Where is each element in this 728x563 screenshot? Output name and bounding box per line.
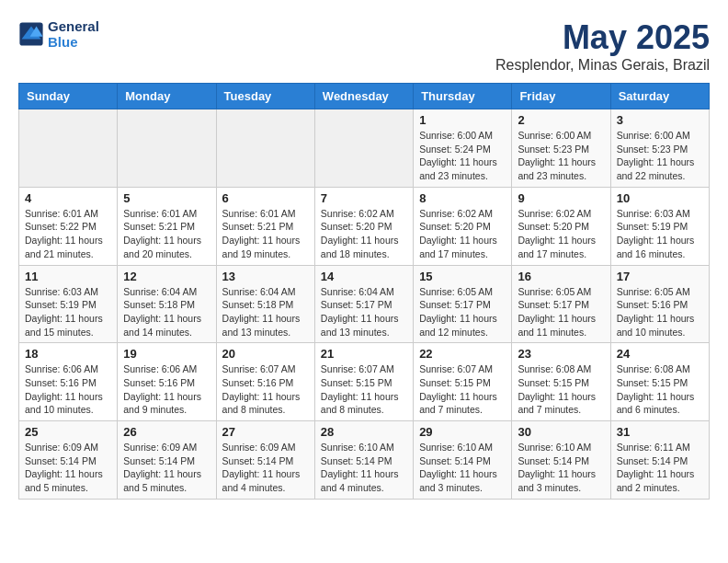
day-number: 29	[419, 425, 506, 439]
calendar-cell: 26Sunrise: 6:09 AM Sunset: 5:14 PM Dayli…	[118, 421, 216, 500]
calendar-cell: 12Sunrise: 6:04 AM Sunset: 5:18 PM Dayli…	[118, 265, 216, 343]
day-info: Sunrise: 6:11 AM Sunset: 5:14 PM Dayligh…	[617, 441, 703, 495]
title-area: May 2025 Resplendor, Minas Gerais, Brazi…	[495, 18, 710, 74]
day-number: 22	[419, 347, 506, 361]
day-info: Sunrise: 6:06 AM Sunset: 5:16 PM Dayligh…	[25, 362, 111, 417]
day-info: Sunrise: 6:06 AM Sunset: 5:16 PM Dayligh…	[123, 362, 210, 417]
day-info: Sunrise: 6:03 AM Sunset: 5:19 PM Dayligh…	[617, 207, 703, 261]
day-number: 5	[123, 191, 210, 205]
day-info: Sunrise: 6:05 AM Sunset: 5:16 PM Dayligh…	[617, 285, 703, 339]
calendar-cell: 23Sunrise: 6:08 AM Sunset: 5:15 PM Dayli…	[512, 343, 610, 421]
day-number: 8	[419, 191, 506, 205]
day-number: 9	[518, 191, 604, 205]
week-row-2: 4Sunrise: 6:01 AM Sunset: 5:22 PM Daylig…	[19, 187, 710, 265]
day-number: 14	[321, 270, 407, 283]
day-number: 26	[123, 425, 210, 439]
calendar-cell: 21Sunrise: 6:07 AM Sunset: 5:15 PM Dayli…	[314, 343, 413, 421]
location-title: Resplendor, Minas Gerais, Brazil	[495, 57, 710, 74]
logo-text: General Blue	[48, 18, 99, 50]
calendar-cell: 20Sunrise: 6:07 AM Sunset: 5:16 PM Dayli…	[216, 343, 314, 421]
day-number: 25	[25, 425, 111, 439]
header-day-wednesday: Wednesday	[314, 84, 413, 109]
day-number: 1	[419, 113, 506, 127]
header-row: SundayMondayTuesdayWednesdayThursdayFrid…	[19, 84, 710, 109]
day-number: 31	[617, 425, 703, 439]
calendar-cell: 5Sunrise: 6:01 AM Sunset: 5:21 PM Daylig…	[118, 187, 216, 265]
calendar-cell: 19Sunrise: 6:06 AM Sunset: 5:16 PM Dayli…	[118, 343, 216, 421]
calendar-cell: 25Sunrise: 6:09 AM Sunset: 5:14 PM Dayli…	[19, 421, 118, 500]
day-info: Sunrise: 6:00 AM Sunset: 5:23 PM Dayligh…	[518, 129, 604, 183]
calendar-cell: 28Sunrise: 6:10 AM Sunset: 5:14 PM Dayli…	[314, 421, 413, 500]
day-number: 23	[518, 347, 604, 361]
day-number: 4	[25, 191, 111, 205]
day-number: 18	[25, 347, 111, 361]
day-info: Sunrise: 6:04 AM Sunset: 5:17 PM Dayligh…	[321, 285, 407, 339]
day-number: 16	[518, 270, 604, 283]
day-info: Sunrise: 6:09 AM Sunset: 5:14 PM Dayligh…	[25, 441, 111, 495]
day-info: Sunrise: 6:09 AM Sunset: 5:14 PM Dayligh…	[222, 441, 309, 495]
calendar-cell: 16Sunrise: 6:05 AM Sunset: 5:17 PM Dayli…	[512, 265, 610, 343]
day-number: 10	[617, 191, 703, 205]
calendar-cell: 1Sunrise: 6:00 AM Sunset: 5:24 PM Daylig…	[414, 109, 512, 188]
calendar-cell: 14Sunrise: 6:04 AM Sunset: 5:17 PM Dayli…	[314, 265, 413, 343]
day-number: 19	[123, 347, 210, 361]
header-day-monday: Monday	[118, 84, 216, 109]
day-info: Sunrise: 6:08 AM Sunset: 5:15 PM Dayligh…	[518, 362, 604, 417]
calendar-cell	[19, 109, 118, 188]
day-number: 3	[617, 113, 703, 127]
calendar-cell	[118, 109, 216, 188]
calendar-cell: 18Sunrise: 6:06 AM Sunset: 5:16 PM Dayli…	[19, 343, 118, 421]
day-info: Sunrise: 6:02 AM Sunset: 5:20 PM Dayligh…	[419, 207, 506, 261]
day-info: Sunrise: 6:01 AM Sunset: 5:22 PM Dayligh…	[25, 207, 111, 261]
day-number: 27	[222, 425, 309, 439]
day-info: Sunrise: 6:01 AM Sunset: 5:21 PM Dayligh…	[222, 207, 309, 261]
logo: General Blue	[18, 18, 99, 50]
header-day-tuesday: Tuesday	[216, 84, 314, 109]
calendar-cell: 11Sunrise: 6:03 AM Sunset: 5:19 PM Dayli…	[19, 265, 118, 343]
day-info: Sunrise: 6:00 AM Sunset: 5:23 PM Dayligh…	[617, 129, 703, 183]
header: General Blue May 2025 Resplendor, Minas …	[18, 18, 710, 74]
week-row-4: 18Sunrise: 6:06 AM Sunset: 5:16 PM Dayli…	[19, 343, 710, 421]
day-info: Sunrise: 6:10 AM Sunset: 5:14 PM Dayligh…	[518, 441, 604, 495]
day-number: 24	[617, 347, 703, 361]
day-info: Sunrise: 6:10 AM Sunset: 5:14 PM Dayligh…	[419, 441, 506, 495]
day-info: Sunrise: 6:09 AM Sunset: 5:14 PM Dayligh…	[123, 441, 210, 495]
day-info: Sunrise: 6:07 AM Sunset: 5:15 PM Dayligh…	[419, 362, 506, 417]
calendar-cell	[216, 109, 314, 188]
calendar-cell: 15Sunrise: 6:05 AM Sunset: 5:17 PM Dayli…	[414, 265, 512, 343]
day-info: Sunrise: 6:03 AM Sunset: 5:19 PM Dayligh…	[25, 285, 111, 339]
calendar-cell: 22Sunrise: 6:07 AM Sunset: 5:15 PM Dayli…	[414, 343, 512, 421]
calendar-cell: 8Sunrise: 6:02 AM Sunset: 5:20 PM Daylig…	[414, 187, 512, 265]
calendar-cell: 13Sunrise: 6:04 AM Sunset: 5:18 PM Dayli…	[216, 265, 314, 343]
day-info: Sunrise: 6:02 AM Sunset: 5:20 PM Dayligh…	[518, 207, 604, 261]
calendar-cell: 27Sunrise: 6:09 AM Sunset: 5:14 PM Dayli…	[216, 421, 314, 500]
day-number: 11	[25, 270, 111, 283]
day-number: 12	[123, 270, 210, 283]
header-day-saturday: Saturday	[610, 84, 709, 109]
day-info: Sunrise: 6:02 AM Sunset: 5:20 PM Dayligh…	[321, 207, 407, 261]
calendar-cell: 3Sunrise: 6:00 AM Sunset: 5:23 PM Daylig…	[610, 109, 709, 188]
header-day-thursday: Thursday	[414, 84, 512, 109]
day-number: 20	[222, 347, 309, 361]
day-info: Sunrise: 6:07 AM Sunset: 5:15 PM Dayligh…	[321, 362, 407, 417]
week-row-1: 1Sunrise: 6:00 AM Sunset: 5:24 PM Daylig…	[19, 109, 710, 188]
day-number: 30	[518, 425, 604, 439]
header-day-friday: Friday	[512, 84, 610, 109]
day-info: Sunrise: 6:07 AM Sunset: 5:16 PM Dayligh…	[222, 362, 309, 417]
day-info: Sunrise: 6:01 AM Sunset: 5:21 PM Dayligh…	[123, 207, 210, 261]
calendar-cell: 6Sunrise: 6:01 AM Sunset: 5:21 PM Daylig…	[216, 187, 314, 265]
logo-icon	[18, 21, 44, 47]
calendar-cell: 2Sunrise: 6:00 AM Sunset: 5:23 PM Daylig…	[512, 109, 610, 188]
calendar-cell: 29Sunrise: 6:10 AM Sunset: 5:14 PM Dayli…	[414, 421, 512, 500]
calendar-cell: 30Sunrise: 6:10 AM Sunset: 5:14 PM Dayli…	[512, 421, 610, 500]
week-row-3: 11Sunrise: 6:03 AM Sunset: 5:19 PM Dayli…	[19, 265, 710, 343]
month-title: May 2025	[495, 18, 710, 57]
day-info: Sunrise: 6:05 AM Sunset: 5:17 PM Dayligh…	[419, 285, 506, 339]
calendar-cell: 17Sunrise: 6:05 AM Sunset: 5:16 PM Dayli…	[610, 265, 709, 343]
calendar-cell: 10Sunrise: 6:03 AM Sunset: 5:19 PM Dayli…	[610, 187, 709, 265]
calendar-cell	[314, 109, 413, 188]
day-number: 15	[419, 270, 506, 283]
day-number: 2	[518, 113, 604, 127]
calendar-cell: 4Sunrise: 6:01 AM Sunset: 5:22 PM Daylig…	[19, 187, 118, 265]
day-number: 21	[321, 347, 407, 361]
